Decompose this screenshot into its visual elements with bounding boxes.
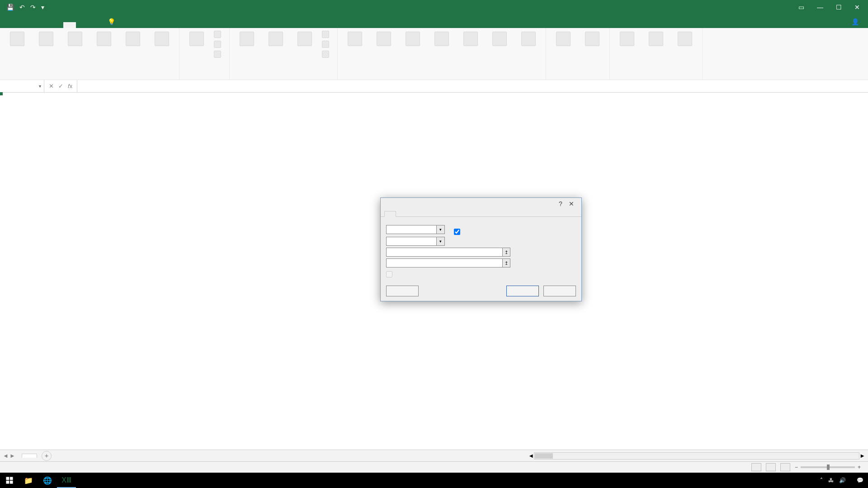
formula-bar: ▾ ✕ ✓ fx (0, 80, 868, 93)
tray-up-icon[interactable]: ˄ (820, 477, 823, 483)
tell-me-search[interactable]: 💡 (101, 15, 124, 28)
name-box[interactable]: ▾ (0, 80, 44, 92)
minimum-input[interactable] (386, 248, 503, 257)
help-icon[interactable]: ? (555, 200, 566, 207)
redo-icon[interactable]: ↷ (30, 4, 36, 11)
cancel-formula-icon[interactable]: ✕ (49, 83, 54, 89)
titlebar: 💾 ↶ ↷ ▾ ▭ — ☐ ✕ (0, 0, 868, 14)
minimize-icon[interactable]: — (817, 4, 823, 11)
apply-all-checkbox (386, 271, 392, 277)
excel-taskbar-icon[interactable]: XⅢ (57, 473, 76, 488)
refresh-all-button[interactable] (183, 30, 210, 49)
tab-data[interactable] (63, 22, 76, 28)
dialog-tab-input-message[interactable] (396, 211, 408, 217)
tab-insert[interactable] (25, 22, 38, 28)
get-data-button[interactable] (4, 30, 31, 49)
page-break-view-icon[interactable] (780, 463, 790, 471)
start-button[interactable] (0, 473, 19, 488)
range-picker-icon[interactable]: ↥ (502, 258, 510, 267)
chevron-down-icon[interactable]: ▾ (437, 237, 445, 246)
edit-links-button[interactable] (212, 50, 226, 59)
sort-az-button[interactable] (233, 30, 260, 48)
subtotal-button[interactable] (671, 30, 698, 49)
qat-more-icon[interactable]: ▾ (41, 4, 44, 11)
recent-sources-button[interactable] (119, 30, 146, 49)
ribbon-display-icon[interactable]: ▭ (798, 4, 804, 11)
sheet-tab[interactable] (22, 454, 37, 458)
tab-file[interactable] (0, 22, 13, 28)
notifications-icon[interactable]: 💬 (857, 477, 863, 483)
zoom-out-icon[interactable]: − (795, 464, 798, 470)
forecast-button[interactable] (579, 30, 606, 49)
cancel-button[interactable] (543, 286, 576, 296)
from-table-button[interactable] (90, 30, 118, 49)
horizontal-scrollbar[interactable] (534, 452, 859, 460)
group-button[interactable] (613, 30, 641, 49)
clear-filter-button[interactable] (320, 30, 334, 39)
tab-formulas[interactable] (51, 22, 63, 28)
maximize-icon[interactable]: ☐ (836, 4, 842, 11)
new-sheet-button[interactable]: ＋ (42, 451, 52, 461)
manage-data-model-button[interactable] (515, 30, 542, 49)
sheet-nav-first-icon[interactable]: ◄ (3, 452, 9, 459)
clear-all-button[interactable] (386, 286, 419, 296)
tab-view[interactable] (89, 22, 101, 28)
consolidate-button[interactable] (457, 30, 484, 49)
close-icon[interactable]: ✕ (854, 4, 860, 11)
remove-duplicates-button[interactable] (399, 30, 426, 49)
tab-review[interactable] (76, 22, 89, 28)
properties-button[interactable] (212, 40, 226, 49)
queries-button[interactable] (212, 30, 226, 39)
tab-layout[interactable] (38, 22, 51, 28)
tab-home[interactable] (13, 22, 25, 28)
close-icon[interactable]: ✕ (566, 200, 577, 207)
reapply-button[interactable] (320, 40, 334, 49)
enter-formula-icon[interactable]: ✓ (58, 83, 63, 89)
from-web-button[interactable] (61, 30, 89, 49)
formula-input[interactable] (77, 80, 868, 92)
what-if-button[interactable] (550, 30, 577, 49)
search-icon: 💡 (108, 18, 115, 25)
zoom-in-icon[interactable]: + (858, 464, 861, 470)
flash-fill-button[interactable] (370, 30, 397, 49)
scroll-right-icon[interactable]: ► (859, 452, 865, 459)
volume-icon[interactable]: 🔊 (839, 477, 846, 483)
status-bar: − + (0, 461, 868, 472)
sheet-nav-last-icon[interactable]: ► (9, 452, 15, 459)
existing-connections-button[interactable] (148, 30, 175, 49)
chevron-down-icon[interactable]: ▾ (437, 225, 445, 234)
data-validation-button[interactable] (428, 30, 455, 49)
ignore-blank-checkbox[interactable] (454, 229, 460, 235)
ungroup-button[interactable] (642, 30, 670, 49)
normal-view-icon[interactable] (751, 463, 761, 471)
chevron-down-icon[interactable]: ▾ (39, 84, 41, 89)
dialog-tab-error-alert[interactable] (408, 211, 420, 217)
fill-handle[interactable] (0, 92, 3, 95)
share-button[interactable]: 👤 (845, 15, 868, 28)
relationships-button[interactable] (486, 30, 513, 49)
from-text-button[interactable] (33, 30, 60, 49)
browser-icon[interactable]: 🌐 (38, 473, 57, 488)
save-icon[interactable]: 💾 (6, 4, 14, 11)
ok-button[interactable] (506, 286, 539, 296)
undo-icon[interactable]: ↶ (19, 4, 25, 11)
group-label (341, 78, 542, 79)
advanced-button[interactable] (320, 50, 334, 59)
group-label (4, 78, 175, 79)
file-explorer-icon[interactable]: 📁 (19, 473, 38, 488)
range-picker-icon[interactable]: ↥ (502, 248, 510, 257)
page-layout-view-icon[interactable] (766, 463, 776, 471)
svg-rect-2 (6, 481, 9, 484)
sort-button[interactable] (262, 30, 289, 49)
maximum-input[interactable] (386, 258, 503, 267)
allow-dropdown[interactable] (386, 225, 437, 234)
text-to-columns-button[interactable] (341, 30, 368, 49)
fx-icon[interactable]: fx (68, 83, 72, 89)
dialog-tab-settings[interactable] (384, 211, 396, 217)
network-icon[interactable]: 🖧 (828, 477, 834, 483)
zoom-slider[interactable] (801, 466, 855, 468)
scroll-left-icon[interactable]: ◄ (528, 452, 534, 459)
filter-button[interactable] (291, 30, 318, 49)
group-label (233, 78, 334, 79)
data-dropdown[interactable] (386, 237, 437, 246)
